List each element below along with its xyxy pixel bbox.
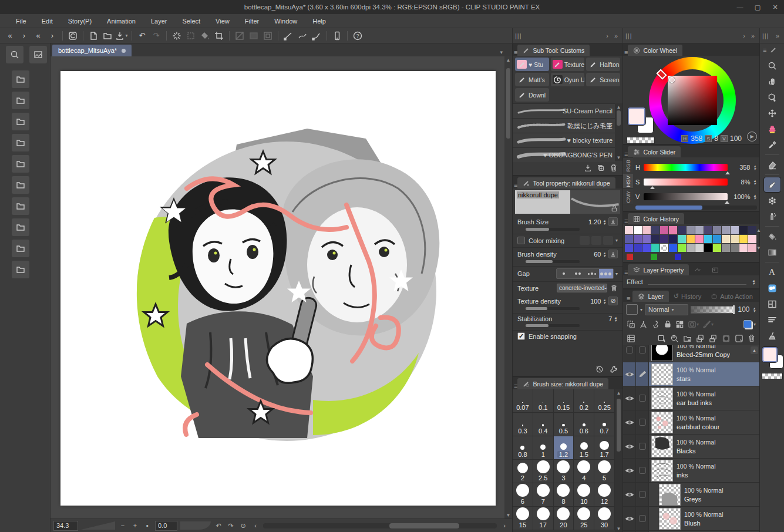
layer-checkbox[interactable] xyxy=(639,346,646,353)
foreground-color-swatch[interactable] xyxy=(628,107,645,125)
history-swatch[interactable] xyxy=(695,244,704,252)
layer-thumbnail[interactable] xyxy=(651,345,673,361)
layer-row-earbbud colour[interactable]: 100 % Normal earbbud colour xyxy=(623,410,759,435)
brush-size-1.2[interactable]: 1.2 xyxy=(554,436,574,460)
subtool-group-tab-3[interactable]: Matt's xyxy=(515,73,549,86)
history-swatch[interactable] xyxy=(748,235,756,243)
decoration-tool[interactable] xyxy=(764,193,780,208)
menu-filter[interactable]: Filter xyxy=(237,15,267,27)
history-swatch[interactable] xyxy=(669,235,677,243)
rotate-slider[interactable] xyxy=(180,521,211,530)
layer-thumbnail[interactable] xyxy=(651,388,673,409)
history-swatch[interactable] xyxy=(669,244,677,252)
mixing-mode-1-icon[interactable] xyxy=(580,236,590,245)
s-slider[interactable] xyxy=(644,179,728,186)
tab-layer[interactable]: Layer xyxy=(632,291,668,302)
layer-visible-eye-icon[interactable] xyxy=(625,395,634,402)
subtool-group-tab-5[interactable]: Screen xyxy=(586,73,620,86)
history-swatch[interactable] xyxy=(634,235,642,243)
sv-marker[interactable] xyxy=(669,77,675,83)
canvas-tab[interactable]: bottlecap_MitsuAya* xyxy=(52,45,132,56)
transparent-color-swatch[interactable] xyxy=(762,373,783,379)
brush-size-12[interactable]: 12 xyxy=(594,483,615,507)
layer-hidden-toggle[interactable] xyxy=(626,346,633,353)
brush-size-1.5[interactable]: 1.5 xyxy=(574,436,594,460)
subtool-scrollbar[interactable]: ▲ ▼ xyxy=(615,103,623,161)
grip-handle-icon[interactable]: ||| xyxy=(625,32,632,39)
texture-value[interactable]: concrete-inverted-d xyxy=(557,284,607,292)
scroll-up-icon[interactable]: ▲ xyxy=(617,389,621,396)
brush-size-3[interactable]: 3 xyxy=(554,460,574,483)
scrollbar-thumb[interactable] xyxy=(506,68,510,139)
import-subtool-icon[interactable] xyxy=(584,164,592,172)
zoom-slider[interactable] xyxy=(81,521,115,530)
curve-tool-icon[interactable] xyxy=(296,29,309,42)
draft-layer-icon[interactable] xyxy=(651,320,660,329)
tab-reference[interactable] xyxy=(706,264,724,275)
lighttable-icon[interactable] xyxy=(639,320,648,329)
brush-density-spinner[interactable]: ▴▾ xyxy=(603,251,605,257)
brush-size-20[interactable]: 20 xyxy=(554,507,574,530)
brush-size-10[interactable]: 10 xyxy=(574,483,594,507)
layer-row-inks[interactable]: 100 % Normal inks xyxy=(623,459,759,483)
material-photo-folder-button[interactable] xyxy=(12,197,29,215)
history-swatch[interactable] xyxy=(678,226,686,234)
layer-property-panel-tab[interactable]: Layer Property xyxy=(628,264,689,275)
ruler-range-icon[interactable]: ▾ xyxy=(702,320,714,329)
subtool-group-tab-0[interactable]: ♥ Stu xyxy=(515,58,549,71)
material-edit-folder-button[interactable] xyxy=(12,218,29,236)
history-swatch[interactable] xyxy=(739,235,748,243)
brush-preview[interactable]: nikkorull dupe xyxy=(515,190,620,214)
fill-tool[interactable] xyxy=(764,229,780,244)
line-tool-icon[interactable] xyxy=(282,29,295,42)
brush-size-6[interactable]: 6 xyxy=(513,483,533,507)
scrollbar-thumb[interactable] xyxy=(617,399,621,452)
tab-history[interactable]: ↺ History xyxy=(669,291,706,302)
menu-storyp[interactable]: Story(P) xyxy=(60,15,99,27)
v-slider[interactable] xyxy=(644,193,728,200)
apply-mask-icon[interactable] xyxy=(735,334,743,343)
create-mask-icon[interactable] xyxy=(722,334,731,343)
brush-size-spinner[interactable]: ▴▾ xyxy=(603,219,605,225)
snap-to-special-ruler-icon[interactable] xyxy=(247,29,260,42)
history-swatch[interactable] xyxy=(722,244,730,252)
pressure-settings-icon[interactable] xyxy=(608,217,618,226)
lock-transparent-pixels-icon[interactable] xyxy=(675,320,684,329)
reset-settings-icon[interactable] xyxy=(595,365,604,373)
brush-size-15[interactable]: 15 xyxy=(513,507,533,530)
h-slider[interactable] xyxy=(644,164,728,171)
brush-size-0.25[interactable]: 0.25 xyxy=(594,389,615,413)
new-raster-layer-icon[interactable] xyxy=(657,334,666,343)
gap-option-3[interactable] xyxy=(585,269,599,278)
eyedropper-tool[interactable] xyxy=(764,137,780,152)
history-back-icon[interactable]: « xyxy=(4,29,16,42)
redo-icon[interactable]: ↷ xyxy=(150,29,163,42)
text-tool[interactable]: A xyxy=(764,265,780,280)
canvas-viewport[interactable]: ▲ ▼ xyxy=(51,56,512,518)
history-swatch[interactable] xyxy=(713,244,721,252)
history-swatch[interactable] xyxy=(678,235,686,243)
history-swatch[interactable] xyxy=(642,235,651,243)
history-swatch[interactable] xyxy=(660,244,668,252)
gap-option-1[interactable] xyxy=(557,269,571,278)
dock-arrow-icon[interactable]: » xyxy=(776,32,779,39)
snap-to-grid-icon[interactable] xyxy=(261,29,274,42)
delete-subtool-icon[interactable] xyxy=(610,164,618,172)
tab-list-caret-icon[interactable]: ▾ xyxy=(500,49,503,55)
material-pattern-folder-button[interactable] xyxy=(12,134,29,151)
brush-item[interactable]: 乾燥にじみ毛筆 xyxy=(513,118,615,133)
enable-mask-icon[interactable]: ▾ xyxy=(688,320,699,329)
history-swatch[interactable] xyxy=(704,244,712,252)
color-wheel-panel-tab[interactable]: Color Wheel xyxy=(628,45,682,56)
no-dynamics-icon[interactable]: ⊘ xyxy=(608,297,618,305)
tab-tool-navigation[interactable] xyxy=(689,264,706,275)
history-swatch[interactable] xyxy=(625,235,633,243)
history-swatch[interactable] xyxy=(625,244,633,252)
zoom-value-field[interactable]: 34.3 xyxy=(53,521,78,531)
layer-name[interactable]: Bleed-25mm Copy xyxy=(677,351,730,358)
layer-name[interactable]: inks xyxy=(677,472,716,479)
history-swatch[interactable] xyxy=(687,226,695,234)
history-swatch[interactable] xyxy=(634,226,642,234)
layer-color-chip[interactable]: ▾ xyxy=(743,320,756,328)
opacity-spinner[interactable]: ▴▾ xyxy=(753,307,755,312)
